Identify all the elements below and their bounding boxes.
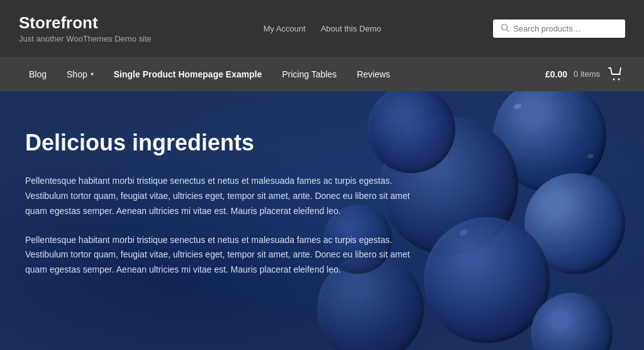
nav-bar: Blog Shop ▾ Single Product Homepage Exam… [0,57,644,91]
top-nav: My Account About this Demo [264,24,381,33]
nav-pricing-tables[interactable]: Pricing Tables [272,57,347,91]
nav-shop[interactable]: Shop ▾ [57,57,104,91]
hero-para-2: Pellentesque habitant morbi tristique se… [25,233,415,278]
hero-para-1: Pellentesque habitant morbi tristique se… [25,174,415,218]
nav-blog[interactable]: Blog [19,57,57,91]
hero-section: Delicious ingredients Pellentesque habit… [0,91,644,350]
top-bar: Storefront Just another WooThemes Demo s… [0,0,644,57]
search-icon [501,23,509,34]
search-form[interactable] [493,20,625,38]
cart-count: 0 items [574,69,600,79]
nav-single-product[interactable]: Single Product Homepage Example [104,57,272,91]
cart-area[interactable]: £0.00 0 items [545,65,625,84]
shop-chevron-icon: ▾ [91,71,94,77]
cart-total: £0.00 [545,69,567,79]
hero-content: Delicious ingredients Pellentesque habit… [0,91,440,329]
nav-reviews[interactable]: Reviews [347,57,400,91]
svg-point-2 [613,78,615,80]
cart-icon [606,65,625,84]
my-account-link[interactable]: My Account [264,24,306,33]
svg-line-1 [507,29,509,31]
branding: Storefront Just another WooThemes Demo s… [19,13,152,43]
about-demo-link[interactable]: About this Demo [321,24,381,33]
hero-title: Delicious ingredients [25,129,415,156]
svg-point-3 [618,78,620,80]
site-tagline: Just another WooThemes Demo site [19,34,152,43]
main-nav: Blog Shop ▾ Single Product Homepage Exam… [19,57,400,91]
search-input[interactable] [513,24,618,33]
site-title: Storefront [19,13,152,33]
